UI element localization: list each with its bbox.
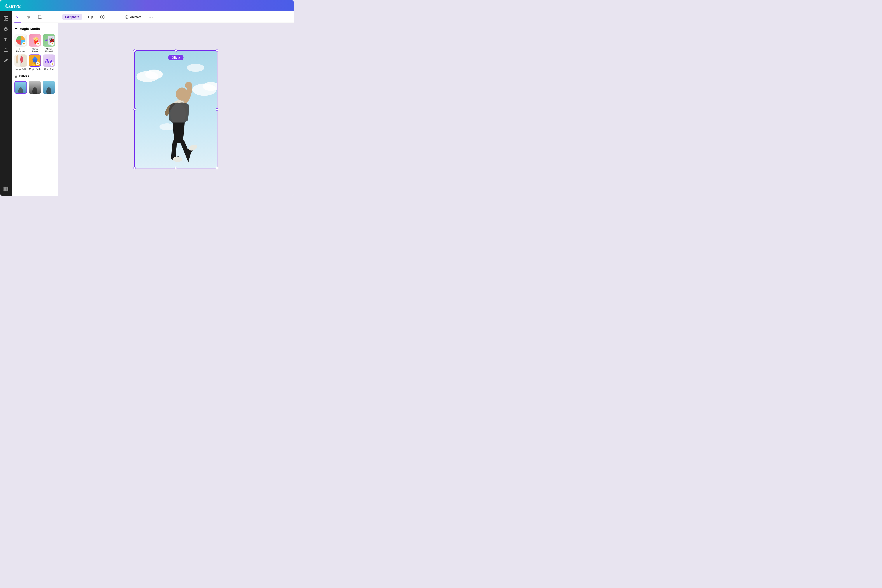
tool-magic-expand[interactable]: 🐞 Magic Expand bbox=[43, 34, 55, 53]
svg-marker-20 bbox=[33, 56, 38, 60]
svg-point-33 bbox=[149, 16, 150, 18]
grab-text-thumb: Aa bbox=[43, 54, 55, 67]
svg-point-35 bbox=[152, 16, 153, 18]
panel-tabs: fx bbox=[12, 11, 58, 23]
flip-button[interactable]: Flip bbox=[85, 14, 96, 20]
svg-point-34 bbox=[150, 16, 151, 18]
photo-image: Olivia bbox=[134, 50, 218, 168]
magic-expand-label: Magic Expand bbox=[43, 48, 55, 53]
svg-point-48 bbox=[185, 82, 192, 89]
filter-vivid[interactable] bbox=[43, 81, 55, 94]
main-area: T bbox=[0, 11, 294, 196]
tool-magic-grab[interactable]: ▲ 🤚 Magic Grab bbox=[28, 54, 41, 70]
canvas-toolbar: Edit photo Flip Animate bbox=[58, 11, 294, 23]
magic-studio-header: ✦ Magic Studio bbox=[14, 26, 55, 31]
svg-rect-2 bbox=[6, 19, 8, 20]
sidebar-item-draw[interactable] bbox=[2, 56, 10, 65]
magic-studio-grid: BG Remover 🍟 bbox=[14, 34, 55, 70]
svg-point-8 bbox=[29, 16, 30, 18]
app-window: Canva T bbox=[0, 0, 294, 196]
svg-point-42 bbox=[159, 123, 175, 130]
sidebar-item-text[interactable]: T bbox=[2, 35, 10, 44]
bg-remover-label: BG Remover bbox=[14, 48, 27, 53]
effects-panel: fx bbox=[12, 11, 58, 196]
arrange-button[interactable] bbox=[109, 14, 116, 21]
animate-button[interactable]: Animate bbox=[122, 14, 144, 20]
tool-magic-eraser[interactable]: 🍟 Magic Eraser bbox=[28, 34, 41, 53]
photo-frame[interactable]: Olivia bbox=[134, 50, 218, 168]
tab-crop[interactable] bbox=[36, 11, 43, 22]
sidebar-item-uploads[interactable] bbox=[2, 45, 10, 54]
magic-studio-title: Magic Studio bbox=[20, 27, 40, 31]
filters-section: ◎ Filters bbox=[14, 74, 55, 94]
svg-point-47 bbox=[173, 157, 183, 162]
filters-header: ◎ Filters bbox=[14, 74, 55, 78]
magic-eraser-thumb: 🍟 bbox=[28, 34, 41, 46]
left-sidebar: T bbox=[0, 11, 12, 196]
canva-logo: Canva bbox=[5, 2, 21, 9]
tool-bg-remover[interactable]: BG Remover bbox=[14, 34, 27, 53]
magic-edit-thumb bbox=[14, 54, 27, 67]
magic-expand-crown bbox=[50, 42, 54, 46]
svg-point-4 bbox=[6, 29, 8, 30]
svg-point-38 bbox=[145, 70, 163, 79]
svg-point-9 bbox=[28, 18, 28, 18]
svg-point-41 bbox=[187, 64, 204, 72]
magic-grab-label: Magic Grab bbox=[29, 68, 40, 70]
svg-text:T: T bbox=[4, 38, 7, 42]
filter-grid bbox=[14, 81, 55, 94]
sidebar-item-apps[interactable] bbox=[2, 184, 10, 194]
svg-point-7 bbox=[28, 16, 28, 16]
magic-grab-thumb: ▲ 🤚 bbox=[28, 54, 41, 67]
magic-studio-icon: ✦ bbox=[14, 26, 18, 31]
apps-grid-icon bbox=[3, 187, 8, 191]
filters-title: Filters bbox=[19, 74, 29, 78]
canvas-area: Edit photo Flip Animate bbox=[58, 11, 294, 196]
magic-eraser-crown bbox=[36, 42, 40, 46]
tool-grab-text[interactable]: Aa Grab Text bbox=[43, 54, 55, 70]
svg-rect-1 bbox=[6, 16, 8, 18]
magic-edit-label: Magic Edit bbox=[15, 68, 26, 70]
filter-original[interactable] bbox=[14, 81, 27, 94]
edit-photo-button[interactable]: Edit photo bbox=[62, 14, 82, 20]
bg-remover-crown bbox=[22, 42, 26, 46]
tool-magic-edit[interactable]: Magic Edit bbox=[14, 54, 27, 70]
more-button[interactable] bbox=[147, 14, 154, 21]
filters-icon: ◎ bbox=[14, 74, 18, 78]
header-bar: Canva bbox=[0, 0, 294, 11]
tab-effects[interactable]: fx bbox=[14, 11, 21, 22]
magic-eraser-label: Magic Eraser bbox=[28, 48, 41, 53]
svg-marker-13 bbox=[45, 39, 48, 41]
svg-point-18 bbox=[20, 56, 23, 63]
animate-label: Animate bbox=[130, 15, 141, 19]
tab-adjust[interactable] bbox=[26, 11, 32, 22]
magic-expand-thumb: 🐞 bbox=[43, 34, 55, 46]
svg-text:fx: fx bbox=[16, 15, 18, 19]
info-button[interactable] bbox=[99, 14, 106, 21]
sidebar-item-elements[interactable] bbox=[2, 24, 10, 33]
svg-point-17 bbox=[16, 55, 18, 62]
svg-point-32 bbox=[126, 16, 127, 18]
bg-remover-thumb bbox=[14, 34, 27, 46]
panel-content: ✦ Magic Studio BG Remover bbox=[12, 23, 58, 196]
filter-bw[interactable] bbox=[28, 81, 41, 94]
svg-rect-0 bbox=[4, 16, 6, 20]
olivia-tag: Olivia bbox=[168, 55, 183, 60]
svg-rect-3 bbox=[4, 29, 6, 30]
sidebar-item-layout[interactable] bbox=[2, 14, 10, 23]
canvas-workspace: Olivia bbox=[58, 23, 294, 196]
grab-text-label: Grab Text bbox=[44, 68, 54, 70]
